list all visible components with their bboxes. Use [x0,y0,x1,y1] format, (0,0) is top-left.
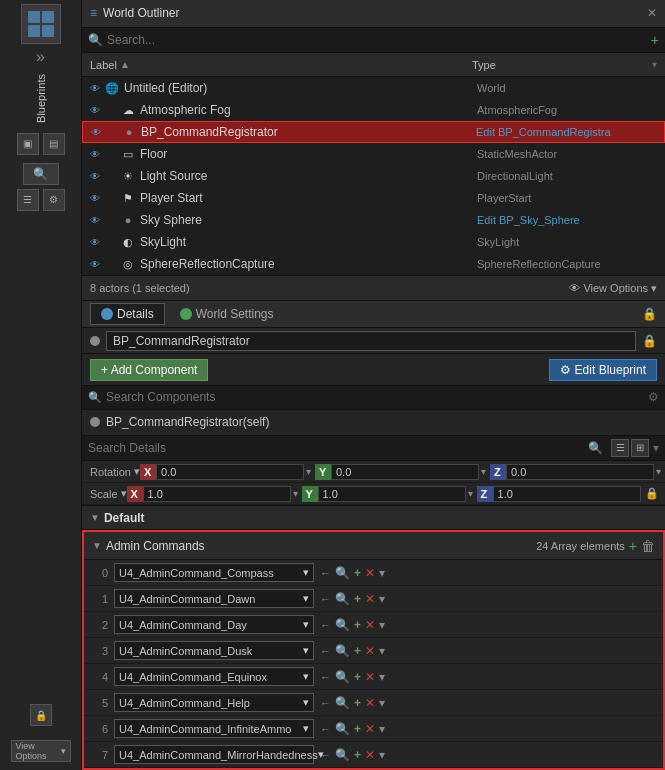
array-add-button[interactable]: + [354,566,361,580]
grid-view-icon[interactable]: ⊞ [631,439,649,457]
array-navigate-button[interactable]: ← [320,697,331,709]
admin-delete-button[interactable]: 🗑 [641,538,655,554]
visibility-eye-icon[interactable]: 👁 [90,193,104,204]
array-add-button[interactable]: + [354,592,361,606]
array-value-dropdown-7[interactable]: U4_AdminCommand_MirrorHandedness ▾ [114,745,314,764]
table-row[interactable]: 👁 ● Sky Sphere Edit BP_Sky_Sphere [82,209,665,231]
table-row[interactable]: 👁 ● BP_CommandRegistrator Edit BP_Comman… [82,121,665,143]
array-search-button[interactable]: 🔍 [335,696,350,710]
visibility-eye-icon[interactable]: 👁 [90,105,104,116]
default-section-header[interactable]: ▼ Default [82,506,665,530]
components-search-input[interactable] [106,390,648,404]
actor-type-link[interactable]: Edit BP_CommandRegistra [476,126,656,138]
array-navigate-button[interactable]: ← [320,749,331,761]
view-options-button[interactable]: 👁 View Options▾ [569,282,657,295]
details-settings-icon[interactable]: ▾ [653,441,659,455]
tab-lock-icon[interactable]: 🔒 [642,307,657,321]
sidebar-search-button[interactable]: 🔍 [23,163,59,185]
array-add-button[interactable]: + [354,644,361,658]
array-value-dropdown-5[interactable]: U4_AdminCommand_Help ▾ [114,693,314,712]
rotation-x-dropdown[interactable]: ▾ [306,466,311,477]
sidebar-settings-icon[interactable]: ⚙ [43,189,65,211]
tab-world-settings[interactable]: World Settings [169,303,285,325]
scale-y-input[interactable] [318,486,466,502]
sidebar-filter-icon[interactable]: ☰ [17,189,39,211]
array-search-button[interactable]: 🔍 [335,670,350,684]
array-expand-button[interactable]: ▾ [379,696,385,710]
array-expand-button[interactable]: ▾ [379,670,385,684]
outliner-close-button[interactable]: ✕ [647,6,657,20]
visibility-eye-icon[interactable]: 👁 [90,83,104,94]
table-row[interactable]: 👁 ☀ Light Source DirectionalLight [82,165,665,187]
tab-details[interactable]: Details [90,303,165,325]
edit-blueprint-button[interactable]: ⚙ Edit Blueprint [549,359,657,381]
array-remove-button[interactable]: ✕ [365,670,375,684]
array-expand-button[interactable]: ▾ [379,748,385,762]
table-row[interactable]: 👁 ⚑ Player Start PlayerStart [82,187,665,209]
array-navigate-button[interactable]: ← [320,645,331,657]
component-list-item[interactable]: BP_CommandRegistrator(self) [82,410,665,436]
array-remove-button[interactable]: ✕ [365,696,375,710]
scale-y-dropdown[interactable]: ▾ [468,488,473,499]
array-search-button[interactable]: 🔍 [335,722,350,736]
array-value-dropdown-1[interactable]: U4_AdminCommand_Dawn ▾ [114,589,314,608]
array-remove-button[interactable]: ✕ [365,618,375,632]
outliner-add-button[interactable]: + [651,32,659,48]
scale-z-input[interactable] [493,486,641,502]
visibility-eye-icon[interactable]: 👁 [90,237,104,248]
rotation-y-dropdown[interactable]: ▾ [481,466,486,477]
array-navigate-button[interactable]: ← [320,619,331,631]
outliner-search-input[interactable] [107,33,647,47]
array-remove-button[interactable]: ✕ [365,748,375,762]
array-value-dropdown-4[interactable]: U4_AdminCommand_Equinox ▾ [114,667,314,686]
array-expand-button[interactable]: ▾ [379,644,385,658]
array-expand-button[interactable]: ▾ [379,722,385,736]
array-value-dropdown-6[interactable]: U4_AdminCommand_InfiniteAmmo ▾ [114,719,314,738]
array-add-button[interactable]: + [354,670,361,684]
search-details-input[interactable] [88,441,588,455]
view-options-button[interactable]: View Options▾ [11,740,71,762]
array-value-dropdown-2[interactable]: U4_AdminCommand_Day ▾ [114,615,314,634]
scale-x-dropdown[interactable]: ▾ [293,488,298,499]
array-search-button[interactable]: 🔍 [335,748,350,762]
array-navigate-button[interactable]: ← [320,593,331,605]
array-add-button[interactable]: + [354,722,361,736]
array-value-dropdown-0[interactable]: U4_AdminCommand_Compass ▾ [114,563,314,582]
rotation-z-input[interactable] [506,464,654,480]
list-view-icon[interactable]: ☰ [611,439,629,457]
sidebar-expand-button[interactable]: » [36,48,45,66]
visibility-eye-icon[interactable]: 👁 [90,215,104,226]
actor-name-lock-icon[interactable]: 🔒 [642,334,657,348]
table-row[interactable]: 👁 🌐 Untitled (Editor) World [82,77,665,99]
array-add-button[interactable]: + [354,618,361,632]
admin-add-button[interactable]: + [629,538,637,554]
rotation-x-input[interactable] [156,464,304,480]
table-row[interactable]: 👁 ◐ SkyLight SkyLight [82,231,665,253]
components-search-settings-icon[interactable]: ⚙ [648,390,659,404]
scale-x-input[interactable] [143,486,291,502]
array-value-dropdown-3[interactable]: U4_AdminCommand_Dusk ▾ [114,641,314,660]
actor-name-field[interactable] [106,331,636,351]
array-search-button[interactable]: 🔍 [335,644,350,658]
array-remove-button[interactable]: ✕ [365,592,375,606]
rotation-z-dropdown[interactable]: ▾ [656,466,661,477]
scale-lock-icon[interactable]: 🔒 [645,487,659,500]
sidebar-lock-icon[interactable]: 🔒 [30,704,52,726]
sidebar-small-icon-2[interactable]: ▤ [43,133,65,155]
array-remove-button[interactable]: ✕ [365,722,375,736]
array-navigate-button[interactable]: ← [320,671,331,683]
table-row[interactable]: 👁 ☁ Atmospheric Fog AtmosphericFog [82,99,665,121]
array-search-button[interactable]: 🔍 [335,566,350,580]
array-expand-button[interactable]: ▾ [379,592,385,606]
table-row[interactable]: 👁 ▭ Floor StaticMeshActor [82,143,665,165]
array-navigate-button[interactable]: ← [320,567,331,579]
actor-type-link[interactable]: Edit BP_Sky_Sphere [477,214,657,226]
rotation-y-input[interactable] [331,464,479,480]
array-add-button[interactable]: + [354,748,361,762]
array-navigate-button[interactable]: ← [320,723,331,735]
array-add-button[interactable]: + [354,696,361,710]
table-row[interactable]: 👁 ◎ SphereReflectionCapture SphereReflec… [82,253,665,275]
visibility-eye-icon[interactable]: 👁 [90,149,104,160]
visibility-eye-icon[interactable]: 👁 [90,259,104,270]
visibility-eye-icon[interactable]: 👁 [90,171,104,182]
